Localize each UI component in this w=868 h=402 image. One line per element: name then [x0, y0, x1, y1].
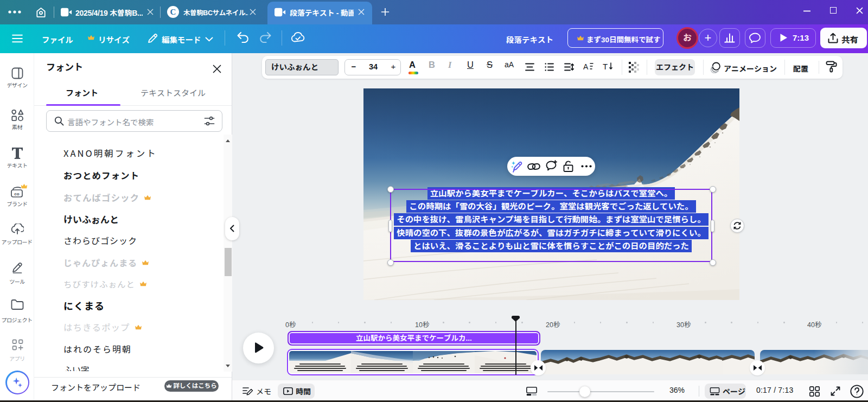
svg-text:C: C: [170, 8, 176, 16]
svg-text:T: T: [603, 62, 608, 71]
svg-text:co: co: [14, 192, 19, 196]
svg-text:A: A: [583, 62, 589, 71]
